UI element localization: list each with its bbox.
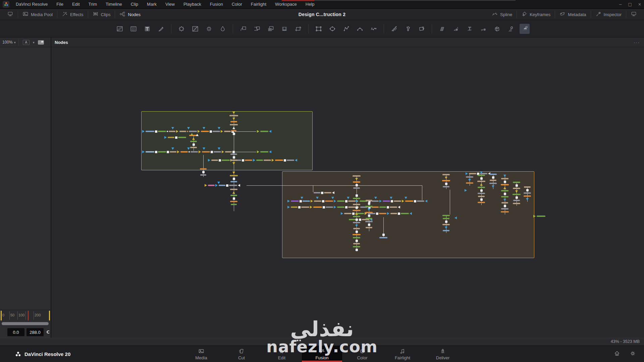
layout-panel-icon[interactable] (38, 40, 44, 45)
inspector-button[interactable]: Inspector (591, 9, 626, 20)
mini-timeline-ruler[interactable]: 050100200 (0, 310, 51, 321)
range-start-field[interactable]: 0.0 (7, 328, 24, 336)
chevron-down-icon[interactable]: ▾ (33, 41, 35, 44)
layout-icon (631, 11, 637, 17)
spline-button[interactable]: Spline (487, 9, 517, 20)
render-range-row: 0.0 288.0 C (0, 326, 51, 338)
tool-p-emitter[interactable] (389, 24, 399, 34)
ruler-tick (25, 311, 26, 320)
fast-noise-icon (130, 25, 137, 33)
menu-fairlight[interactable]: Fairlight (247, 0, 271, 9)
layout-toggle-left[interactable] (3, 9, 18, 20)
menu-trim[interactable]: Trim (84, 0, 102, 9)
tool-image-plane-3d[interactable] (437, 24, 447, 34)
paint-icon (157, 25, 165, 33)
tool-hue-curves[interactable] (218, 24, 228, 34)
tab-edit[interactable]: Edit (262, 346, 302, 362)
inspector-label: Inspector (604, 12, 622, 17)
menu-timeline[interactable]: Timeline (101, 0, 126, 9)
node-editor-canvas[interactable] (51, 47, 644, 338)
effects-label: Effects (70, 12, 84, 17)
effects-button[interactable]: Effects (57, 9, 88, 20)
tool-ellipse-mask[interactable] (327, 24, 337, 34)
clips-icon (93, 11, 99, 17)
keyframe-toggle-icon[interactable]: C (46, 329, 50, 335)
tool-color-curves[interactable] (190, 24, 200, 34)
tool-polygon-mask[interactable] (341, 24, 351, 34)
tab-fusion[interactable]: Fusion (302, 346, 342, 362)
tool-renderer-3d[interactable] (520, 24, 530, 34)
tool-planar-tracker[interactable] (417, 24, 427, 34)
media-pool-button[interactable]: Media Pool (18, 9, 57, 20)
tool-p-render[interactable] (403, 24, 413, 34)
close-button[interactable]: × (638, 2, 641, 7)
tab-cut[interactable]: Cut (221, 346, 262, 362)
tab-fairlight-label: Fairlight (395, 355, 410, 360)
ruler-label-50: 50 (10, 313, 14, 317)
tool-delta-keyer[interactable] (279, 24, 289, 34)
tool-shape-3d[interactable] (451, 24, 461, 34)
home-icon (614, 350, 620, 357)
clips-button[interactable]: Clips (88, 9, 115, 20)
tool-magic-mask[interactable] (369, 24, 379, 34)
tool-color-corrector[interactable] (204, 24, 214, 34)
keyframes-button[interactable]: Keyframes (517, 9, 555, 20)
tool-transform[interactable] (293, 24, 303, 34)
tool-matte-control[interactable] (266, 24, 276, 34)
tool-text-3d[interactable] (465, 24, 475, 34)
tab-color[interactable]: Color (342, 346, 382, 362)
tool-spot-light[interactable] (506, 24, 516, 34)
auto-domain-button[interactable]: A (23, 40, 30, 45)
zoom-level-select[interactable]: 100% ▾ (2, 40, 16, 45)
menu-fusion[interactable]: Fusion (206, 0, 227, 9)
tool-rectangle-mask[interactable] (314, 24, 324, 34)
menu-edit[interactable]: Edit (68, 0, 84, 9)
metadata-button[interactable]: Metadata (555, 9, 590, 20)
davinci-logo-icon (3, 1, 9, 8)
tool-fast-noise[interactable] (128, 24, 139, 34)
in-point-marker[interactable] (1, 311, 2, 320)
menu-bar: DaVinci ResolveFileEditTrimTimelineClipM… (0, 0, 644, 9)
maximize-button[interactable]: □ (628, 2, 632, 7)
out-point-marker[interactable] (49, 311, 50, 320)
shape-3d-icon (452, 25, 460, 33)
minimize-button[interactable]: − (619, 2, 622, 7)
tool-merge-alt[interactable] (252, 24, 262, 34)
menu-view[interactable]: View (161, 0, 179, 9)
tab-fairlight[interactable]: Fairlight (382, 346, 423, 362)
menu-workspace[interactable]: Workspace (271, 0, 301, 9)
metadata-icon (559, 11, 566, 17)
clip-title: Design C...truction 2 (299, 9, 345, 20)
settings-button[interactable] (630, 350, 636, 358)
tool-merge[interactable] (238, 24, 248, 34)
scrollbar-thumb[interactable] (2, 322, 49, 325)
tool-camera-3d[interactable] (492, 24, 502, 34)
menu-color[interactable]: Color (227, 0, 247, 9)
tool-merge-3d[interactable] (478, 24, 488, 34)
menu-davinci-resolve[interactable]: DaVinci Resolve (11, 0, 52, 9)
tab-media[interactable]: Media (181, 346, 221, 362)
fairlight-icon (399, 348, 406, 354)
tool-particles[interactable] (176, 24, 186, 34)
tool-text-plus[interactable] (142, 24, 152, 34)
camera-3d-icon (493, 25, 501, 33)
tool-background[interactable] (115, 24, 125, 34)
menu-help[interactable]: Help (301, 0, 319, 9)
tool-paint[interactable] (156, 24, 166, 34)
cut-icon (238, 348, 245, 354)
menu-file[interactable]: File (52, 0, 68, 9)
tool-bspline-mask[interactable] (355, 24, 365, 34)
menu-mark[interactable]: Mark (143, 0, 161, 9)
layout-toggle-right[interactable] (626, 9, 641, 20)
playhead[interactable] (28, 311, 29, 320)
home-button[interactable] (614, 350, 620, 358)
tab-deliver[interactable]: Deliver (423, 346, 463, 362)
panel-options-icon[interactable]: ··· (634, 40, 640, 45)
media-pool-icon (22, 11, 29, 17)
menu-clip[interactable]: Clip (126, 0, 143, 9)
fusion-tools-toolbar (0, 20, 644, 38)
range-end-field[interactable]: 288.0 (26, 328, 44, 336)
menu-playback[interactable]: Playback (179, 0, 206, 9)
text-plus-icon (144, 25, 151, 33)
nodes-button[interactable]: Nodes (115, 9, 145, 20)
